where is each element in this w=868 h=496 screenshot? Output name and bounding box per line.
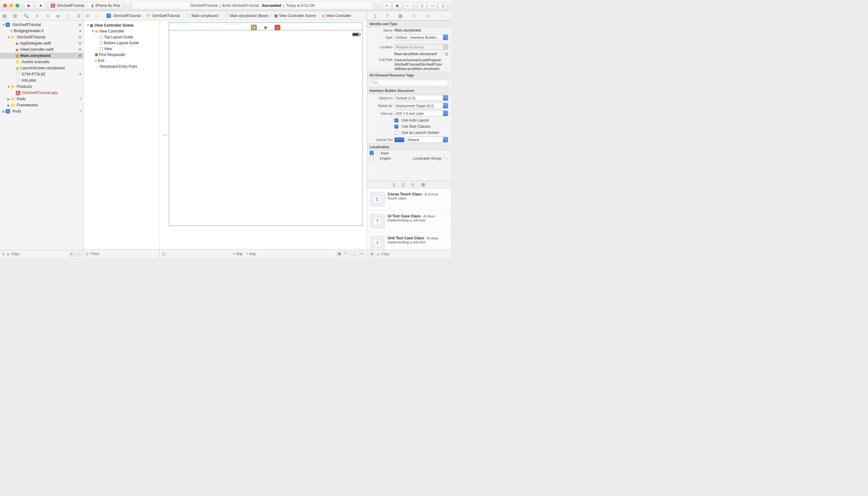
related-items-icon[interactable]: ⊞: [86, 14, 89, 18]
nav-row[interactable]: ◆ViewController.swiftM: [0, 46, 83, 52]
close-window-button[interactable]: [3, 4, 7, 7]
file-template-lib-icon[interactable]: ▯: [393, 182, 395, 187]
choose-path-icon[interactable]: ▦: [445, 52, 448, 56]
project-navigator-tree[interactable]: ▼AGtmSwiftTutorialMhBridgingHeader.hA▼📁G…: [0, 20, 83, 250]
assistant-editor-button[interactable]: ◉: [392, 2, 402, 9]
nav-row[interactable]: 🅰️GtmSwiftTutorial.app: [0, 90, 83, 96]
project-nav-icon[interactable]: ▤: [2, 13, 6, 18]
crumb-storyboard[interactable]: 📄Main.storyboard: [186, 14, 218, 18]
canvas[interactable]: ◯ ⬣ ⎆ →: [160, 20, 367, 249]
zoom-window-button[interactable]: [15, 4, 19, 7]
outline-filter-input[interactable]: [90, 251, 157, 256]
exit-icon[interactable]: ⎆: [274, 25, 280, 30]
nav-forward-icon[interactable]: 〉: [99, 13, 102, 18]
auto-layout-checkbox[interactable]: [394, 119, 399, 122]
outline-row[interactable]: ▼▦View Controller Scene: [85, 22, 158, 28]
location-select[interactable]: Relative to Group⌃⌄: [394, 44, 448, 50]
debug-nav-icon[interactable]: ≣: [56, 13, 60, 18]
breakpoint-nav-icon[interactable]: ⬚: [66, 13, 70, 18]
nav-row[interactable]: ▶📁Pods?: [0, 96, 83, 102]
nav-row[interactable]: ▤LaunchScreen.storyboard: [0, 65, 83, 71]
filter-scope-icon[interactable]: ◎: [6, 252, 10, 257]
add-icon[interactable]: +: [2, 251, 5, 257]
object-lib-icon[interactable]: ◎: [411, 182, 415, 187]
library-filter-input[interactable]: [381, 252, 449, 257]
outline-row[interactable]: Top Layout Guide: [85, 34, 158, 40]
name-value[interactable]: Main.storyboard: [394, 28, 448, 32]
loc-base-checkbox[interactable]: [370, 151, 374, 155]
nav-row[interactable]: ▶APods?: [0, 108, 83, 114]
size-inspector-icon[interactable]: ▭: [425, 13, 430, 18]
standard-editor-button[interactable]: ≡: [382, 2, 391, 9]
crumb-base[interactable]: 📄Main.storyboard (Base): [224, 14, 269, 18]
find-nav-icon[interactable]: 🔍: [24, 13, 29, 18]
library-item[interactable]: TUnit Test Case Class - A class implemen…: [367, 232, 451, 250]
entry-point-arrow-icon[interactable]: →: [161, 130, 169, 140]
pin-icon[interactable]: ⊢: [344, 251, 349, 257]
opens-select[interactable]: Default (7.0)⌃⌄: [394, 95, 448, 101]
nav-row[interactable]: ◆AppDelegate.swiftM: [0, 40, 83, 46]
identity-inspector-icon[interactable]: ▦: [399, 13, 402, 18]
recent-filter-icon[interactable]: ◔: [69, 252, 74, 257]
outline-row[interactable]: ⎆Exit: [85, 58, 158, 63]
view-controller-canvas[interactable]: [169, 22, 363, 226]
launch-screen-checkbox[interactable]: [394, 131, 399, 135]
run-button[interactable]: ▶: [24, 2, 33, 9]
nav-row[interactable]: ▼AGtmSwiftTutorialM: [0, 22, 83, 28]
tint-color-swatch[interactable]: [394, 137, 404, 142]
viewas-select[interactable]: iOS 7.0 and Later⌃⌄: [394, 110, 448, 116]
type-select[interactable]: Default - Interface Builder...⌃⌄: [394, 34, 448, 40]
loc-english-checkbox[interactable]: [370, 156, 374, 160]
nav-row[interactable]: ▤Main.storyboardM: [0, 52, 83, 59]
attributes-inspector-icon[interactable]: ⇩: [412, 13, 416, 18]
resolve-issues-icon[interactable]: △: [351, 251, 357, 257]
resize-icon[interactable]: ▭: [359, 251, 364, 257]
nav-row[interactable]: ▼📁Products: [0, 83, 83, 90]
tags-input[interactable]: Tags: [370, 80, 448, 86]
crumb-project[interactable]: AGtmSwiftTutorial: [106, 14, 140, 18]
crumb-vc[interactable]: ◉View Controller: [321, 14, 351, 18]
outline-row[interactable]: ⬣First Responder: [85, 52, 158, 58]
outline-filter-icon[interactable]: ◎: [86, 252, 89, 256]
nav-row[interactable]: 📁Assets.xcassets: [0, 59, 83, 65]
tint-select[interactable]: Default⌃⌄: [406, 137, 448, 142]
test-nav-icon[interactable]: ◇: [46, 13, 49, 18]
nav-back-icon[interactable]: 〈: [93, 13, 97, 18]
navigator-filter-input[interactable]: [12, 252, 66, 257]
size-classes-checkbox[interactable]: [394, 125, 399, 129]
minimize-window-button[interactable]: [9, 4, 13, 7]
nav-row[interactable]: ▶📁Frameworks: [0, 102, 83, 108]
stop-button[interactable]: ■: [36, 2, 45, 9]
align-icon[interactable]: ▦: [336, 251, 342, 257]
nav-row[interactable]: 📄Info.plist: [0, 77, 83, 83]
scheme-selector[interactable]: 🅰️ GtmSwiftTutorial 〉 ▮ iPhone 6s Plus: [48, 2, 123, 9]
outline-row[interactable]: ▼◉View Controller: [85, 28, 158, 34]
first-responder-icon[interactable]: ⬣: [263, 25, 268, 30]
file-inspector-icon[interactable]: ▯: [374, 13, 376, 18]
code-snippet-lib-icon[interactable]: {}: [402, 182, 405, 187]
scm-filter-icon[interactable]: ▢: [76, 252, 81, 257]
reveal-icon[interactable]: →: [445, 66, 448, 71]
library-list[interactable]: CCocoa Touch Class - A Cocoa Touch class…: [367, 188, 451, 250]
nav-row[interactable]: 📄GTM-PT3L9ZA: [0, 71, 83, 77]
outline-row[interactable]: →Storyboard Entry Point: [85, 63, 158, 69]
nav-row[interactable]: ▼📁GtmSwiftTutorialM: [0, 34, 83, 40]
crumb-scene[interactable]: ▦View Controller Scene: [274, 14, 316, 18]
issue-nav-icon[interactable]: ⚠: [35, 13, 39, 18]
crumb-folder[interactable]: 📁GtmSwiftTutorial: [146, 14, 180, 18]
builds-select[interactable]: Deployment Target (9.2)⌃⌄: [394, 103, 448, 109]
library-view-icon[interactable]: ⊞: [369, 252, 375, 257]
outline-row[interactable]: View: [85, 46, 158, 52]
size-class-control[interactable]: w Any h Any: [168, 252, 320, 256]
library-item[interactable]: CCocoa Touch Class - A Cocoa Touch class: [367, 188, 451, 210]
library-item[interactable]: TUI Test Case Class - A class implementi…: [367, 210, 451, 232]
toggle-debug-button[interactable]: ▭: [428, 2, 437, 9]
vc-icon[interactable]: ◯: [251, 25, 257, 30]
document-outline[interactable]: ▼▦View Controller Scene▼◉View Controller…: [84, 20, 160, 249]
toggle-navigator-button[interactable]: ▯: [417, 2, 426, 9]
toggle-outline-icon[interactable]: ▢: [162, 252, 165, 256]
report-nav-icon[interactable]: ☰: [77, 13, 81, 18]
loc-english-type[interactable]: Localizable Strings: [413, 156, 442, 160]
nav-row[interactable]: hBridgingHeader.hA: [0, 28, 83, 34]
connections-inspector-icon[interactable]: →: [439, 13, 444, 18]
